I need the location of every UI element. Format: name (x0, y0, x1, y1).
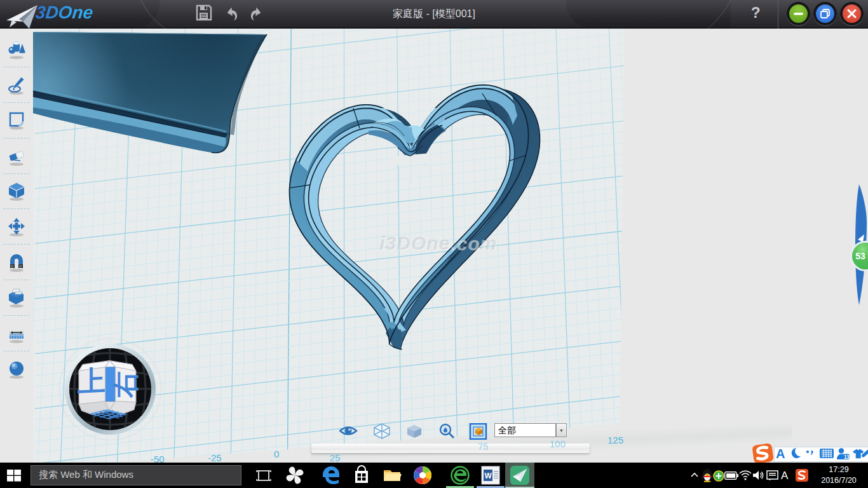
svg-text:W: W (485, 471, 492, 480)
svg-text:11: 11 (844, 454, 850, 460)
svg-text:A: A (776, 447, 785, 461)
svg-text:上: 上 (78, 365, 105, 397)
svg-text:右: 右 (111, 371, 140, 399)
svg-text:53: 53 (855, 251, 865, 261)
